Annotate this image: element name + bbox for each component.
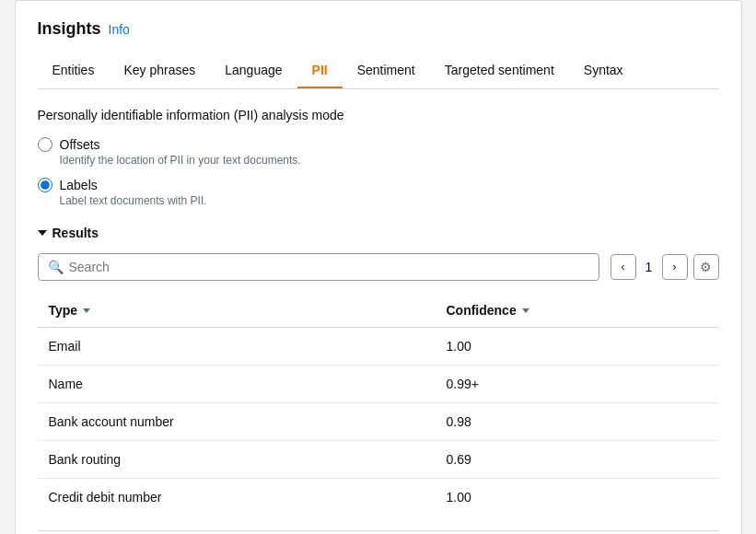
tab-pii[interactable]: PII [297,53,343,88]
cell-confidence: 0.98 [435,403,718,441]
column-confidence[interactable]: Confidence [435,294,718,328]
tab-language[interactable]: Language [210,53,297,88]
table-row: Bank account number 0.98 [38,403,719,441]
table-row: Bank routing 0.69 [38,441,719,479]
cell-type: Credit debit number [38,479,436,517]
table-row: Name 0.99+ [38,366,719,403]
radio-labels-label[interactable]: Labels [60,178,98,192]
results-table: Type Confidence Email 1.00 [38,294,719,516]
cell-type: Email [38,328,436,366]
radio-offsets-description: Identify the location of PII in your tex… [60,154,719,167]
tab-sentiment[interactable]: Sentiment [343,53,430,88]
application-integration-toggle[interactable]: Application integration [38,530,719,534]
results-label: Results [52,226,99,240]
analysis-mode-label: Personally identifiable information (PII… [38,108,719,122]
prev-page-button[interactable]: ‹ [611,254,636,280]
column-type[interactable]: Type [38,294,436,328]
cell-confidence: 1.00 [435,479,718,517]
info-link[interactable]: Info [109,22,130,37]
cell-type: Bank account number [38,403,436,441]
sort-icon-type [83,308,90,313]
search-box: 🔍 [38,253,599,281]
radio-item-offsets: Offsets Identify the location of PII in … [38,137,719,167]
tab-entities[interactable]: Entities [38,53,110,88]
results-toggle[interactable]: Results [38,226,719,240]
cell-confidence: 1.00 [435,328,718,366]
page-number: 1 [642,260,657,274]
settings-button[interactable]: ⚙ [693,254,719,280]
radio-labels[interactable] [38,178,52,192]
results-section: Results 🔍 ‹ 1 › ⚙ Type [38,226,719,516]
tabs-bar: Entities Key phrases Language PII Sentim… [38,53,719,89]
tab-key-phrases[interactable]: Key phrases [109,53,210,88]
search-input[interactable] [69,260,589,274]
table-body: Email 1.00 Name 0.99+ Bank account numbe… [38,328,719,517]
cell-confidence: 0.99+ [435,366,718,403]
search-icon: 🔍 [48,260,64,274]
sort-icon-confidence [522,308,529,313]
page-title: Insights [38,19,101,39]
tab-targeted-sentiment[interactable]: Targeted sentiment [430,53,569,88]
cell-type: Name [38,366,436,403]
search-controls: 🔍 ‹ 1 › ⚙ [38,253,719,281]
table-row: Credit debit number 1.00 [38,479,719,517]
radio-item-labels: Labels Label text documents with PII. [38,178,719,207]
pagination-controls: ‹ 1 › ⚙ [611,254,719,280]
tab-syntax[interactable]: Syntax [569,53,638,88]
table-row: Email 1.00 [38,328,719,366]
insights-card: Insights Info Entities Key phrases Langu… [15,0,742,534]
cell-confidence: 0.69 [435,441,718,479]
next-page-button[interactable]: › [662,254,688,280]
radio-labels-description: Label text documents with PII. [60,194,719,207]
results-expand-icon [38,230,47,236]
cell-type: Bank routing [38,441,436,479]
radio-offsets[interactable] [38,137,52,152]
table-header: Type Confidence [38,294,719,328]
radio-group: Offsets Identify the location of PII in … [38,137,719,207]
header: Insights Info [38,19,719,39]
radio-offsets-label[interactable]: Offsets [60,137,100,152]
